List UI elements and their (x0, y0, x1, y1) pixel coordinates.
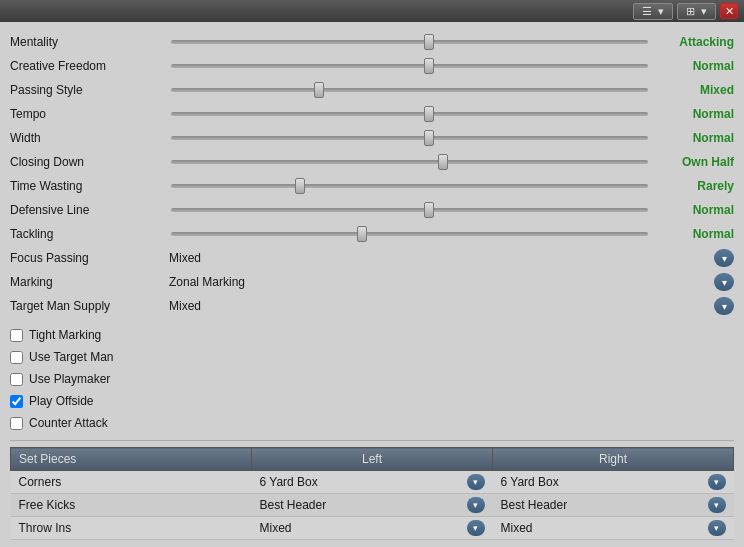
slider-row-mentality: MentalityAttacking (10, 30, 734, 54)
set-pieces-header-set-pieces: Set Pieces (11, 448, 252, 471)
slider-track[interactable] (171, 184, 648, 188)
slider-track-container[interactable] (171, 88, 648, 92)
slider-track-container[interactable] (171, 232, 648, 236)
slider-row-width: WidthNormal (10, 126, 734, 150)
set-piece-left-value: Mixed (260, 521, 292, 535)
set-piece-type: Corners (11, 471, 252, 494)
tactic-icon: ⊞ (686, 5, 695, 18)
slider-label: Time Wasting (10, 179, 165, 193)
slider-value: Normal (654, 203, 734, 217)
set-piece-left-arrow[interactable]: ▾ (467, 520, 485, 536)
checkbox-label[interactable]: Use Target Man (29, 350, 114, 364)
slider-value: Rarely (654, 179, 734, 193)
slider-thumb[interactable] (424, 106, 434, 122)
dropdown-value: Mixed (165, 251, 714, 265)
set-piece-type: Throw Ins (11, 517, 252, 540)
slider-value: Normal (654, 107, 734, 121)
slider-thumb[interactable] (424, 202, 434, 218)
slider-thumb[interactable] (424, 34, 434, 50)
checkbox-label[interactable]: Tight Marking (29, 328, 101, 342)
slider-value: Normal (654, 227, 734, 241)
dropdown-arrow[interactable]: ▾ (714, 297, 734, 315)
slider-track-container[interactable] (171, 184, 648, 188)
slider-track-container[interactable] (171, 160, 648, 164)
dropdown-arrow[interactable]: ▾ (714, 249, 734, 267)
slider-value: Mixed (654, 83, 734, 97)
set-piece-right-arrow[interactable]: ▾ (708, 497, 726, 513)
set-piece-right-arrow[interactable]: ▾ (708, 474, 726, 490)
slider-label: Defensive Line (10, 203, 165, 217)
checkbox-row-play-offside: Play Offside (10, 390, 734, 412)
set-piece-right: Best Header▾ (493, 494, 734, 517)
slider-thumb[interactable] (314, 82, 324, 98)
slider-value: Own Half (654, 155, 734, 169)
set-pieces-section: Set PiecesLeftRight Corners6 Yard Box▾6 … (10, 447, 734, 540)
slider-track-container[interactable] (171, 64, 648, 68)
dropdown-value: Mixed (165, 299, 714, 313)
slider-value: Normal (654, 59, 734, 73)
set-pieces-header-left: Left (252, 448, 493, 471)
dropdown-arrow[interactable]: ▾ (714, 273, 734, 291)
slider-track[interactable] (171, 160, 648, 164)
slider-thumb[interactable] (438, 154, 448, 170)
set-pieces-row: Corners6 Yard Box▾6 Yard Box▾ (11, 471, 734, 494)
set-pieces-row: Throw InsMixed▾Mixed▾ (11, 517, 734, 540)
checkboxes-section: Tight MarkingUse Target ManUse Playmaker… (10, 324, 734, 434)
checkbox-label[interactable]: Counter Attack (29, 416, 108, 430)
set-pieces-table: Set PiecesLeftRight Corners6 Yard Box▾6 … (10, 447, 734, 540)
checkbox-label[interactable]: Play Offside (29, 394, 93, 408)
slider-label: Creative Freedom (10, 59, 165, 73)
slider-track-container[interactable] (171, 136, 648, 140)
chevron-down-icon: ▾ (658, 5, 664, 18)
set-piece-left-value: Best Header (260, 498, 327, 512)
slider-track[interactable] (171, 208, 648, 212)
slider-thumb[interactable] (424, 130, 434, 146)
checkbox-input[interactable] (10, 329, 23, 342)
slider-track-container[interactable] (171, 208, 648, 212)
slider-thumb[interactable] (424, 58, 434, 74)
sliders-section: MentalityAttackingCreative FreedomNormal… (10, 30, 734, 246)
slider-track[interactable] (171, 136, 648, 140)
slider-row-defensive-line: Defensive LineNormal (10, 198, 734, 222)
slider-track-container[interactable] (171, 112, 648, 116)
slider-thumb[interactable] (295, 178, 305, 194)
slider-label: Tempo (10, 107, 165, 121)
dropdown-row-target-man-supply: Target Man SupplyMixed▾ (10, 294, 734, 318)
set-piece-right-arrow[interactable]: ▾ (708, 520, 726, 536)
checkbox-input[interactable] (10, 395, 23, 408)
slider-track[interactable] (171, 64, 648, 68)
tactic-button[interactable]: ⊞ ▾ (677, 3, 716, 20)
main-content: MentalityAttackingCreative FreedomNormal… (0, 22, 744, 547)
title-bar-buttons: ☰ ▾ ⊞ ▾ ✕ (633, 3, 738, 20)
slider-value: Attacking (654, 35, 734, 49)
dropdown-label: Marking (10, 275, 165, 289)
slider-track[interactable] (171, 232, 648, 236)
slider-thumb[interactable] (357, 226, 367, 242)
checkbox-input[interactable] (10, 373, 23, 386)
set-piece-left-arrow[interactable]: ▾ (467, 474, 485, 490)
checkbox-input[interactable] (10, 417, 23, 430)
set-piece-left-arrow[interactable]: ▾ (467, 497, 485, 513)
slider-row-tempo: TempoNormal (10, 102, 734, 126)
checkbox-row-use-target-man: Use Target Man (10, 346, 734, 368)
set-piece-right-value: 6 Yard Box (501, 475, 559, 489)
dropdown-value: Zonal Marking (165, 275, 714, 289)
slider-value: Normal (654, 131, 734, 145)
slider-row-tackling: TacklingNormal (10, 222, 734, 246)
checkbox-label[interactable]: Use Playmaker (29, 372, 110, 386)
slider-label: Width (10, 131, 165, 145)
dropdown-row-marking: MarkingZonal Marking▾ (10, 270, 734, 294)
slider-track[interactable] (171, 112, 648, 116)
chevron-down-icon2: ▾ (701, 5, 707, 18)
slider-track[interactable] (171, 88, 648, 92)
slider-track-container[interactable] (171, 40, 648, 44)
dropdown-label: Focus Passing (10, 251, 165, 265)
close-button[interactable]: ✕ (720, 3, 738, 19)
checkbox-input[interactable] (10, 351, 23, 364)
slider-label: Passing Style (10, 83, 165, 97)
slider-label: Mentality (10, 35, 165, 49)
slider-row-closing-down: Closing DownOwn Half (10, 150, 734, 174)
slider-track[interactable] (171, 40, 648, 44)
instructions-button[interactable]: ☰ ▾ (633, 3, 673, 20)
set-pieces-row: Free KicksBest Header▾Best Header▾ (11, 494, 734, 517)
